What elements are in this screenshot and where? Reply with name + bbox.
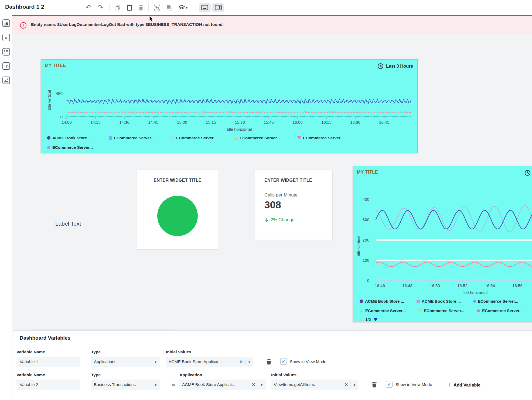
legend-next-button[interactable] xyxy=(373,318,378,321)
square-marker-icon xyxy=(417,300,420,303)
chevron-down-icon[interactable] xyxy=(260,382,263,387)
label-widget[interactable]: Label Text xyxy=(55,220,81,227)
clear-value-icon[interactable] xyxy=(252,382,255,387)
y-tick-label: 400 xyxy=(354,197,369,202)
variable-name-input[interactable] xyxy=(16,357,80,367)
show-in-view-mode-checkbox[interactable] xyxy=(386,381,393,388)
metric-change: 2% Change xyxy=(264,217,295,223)
x-tick-label: 15:15 xyxy=(202,120,220,125)
show-in-view-mode-label: Show in View Mode xyxy=(395,382,432,387)
legend-label: ACME Book Store ... xyxy=(365,299,404,304)
ungroup-icon[interactable] xyxy=(164,2,175,13)
initial-values-field[interactable]: ACME Book Store Applicat... xyxy=(166,357,253,367)
chart-legend-row: ACME Book Store ...ECommerce Server...EC… xyxy=(47,136,343,140)
toolbar-divider xyxy=(148,3,149,11)
x-tick-label: 16:50 xyxy=(425,283,444,288)
legend-label: ECommerce Server... xyxy=(365,308,406,313)
clear-value-icon[interactable] xyxy=(345,382,348,387)
arrow-down-icon xyxy=(264,218,269,222)
legend-label: ACME Book Store ... xyxy=(422,299,461,304)
error-message: Entity name: $UserLogOut.memberLogOut Ba… xyxy=(31,22,224,27)
type-label: Type xyxy=(91,373,101,377)
widget-palette-sidebar: # T xyxy=(0,15,12,400)
variable-type-select[interactable]: Business Transactions xyxy=(91,380,160,390)
legend-item[interactable]: ACME Book Store ... xyxy=(360,299,404,304)
application-field[interactable]: ACME Book Store Applicat... xyxy=(179,380,266,390)
series-line xyxy=(67,99,411,104)
toolbar-divider xyxy=(194,3,194,11)
x-tick-label: 14:45 xyxy=(144,120,163,125)
legend-item[interactable]: ECommerce Server... xyxy=(473,299,518,304)
add-image-widget-icon[interactable] xyxy=(2,76,10,84)
redo-icon[interactable] xyxy=(95,2,106,13)
add-chart-widget-icon[interactable] xyxy=(2,19,10,27)
toolbar-divider xyxy=(109,3,110,11)
layers-dropdown-caret-icon[interactable]: ▾ xyxy=(186,6,188,10)
timeseries-widget-right[interactable]: MY TITLE 1/2 16:4616:4816:5016:5216:5416… xyxy=(353,166,532,322)
y-tick-label: 0 xyxy=(354,278,369,283)
delete-variable-icon[interactable] xyxy=(371,381,378,388)
metric-value: 308 xyxy=(264,199,281,211)
timeseries-widget-top[interactable]: MY TITLE Last 3 Hours 14:0014:1514:3014:… xyxy=(41,59,418,153)
legend-item[interactable]: ECommerce Server... xyxy=(109,136,154,140)
legend-pagination: 1/2 xyxy=(359,317,378,322)
copy-icon[interactable] xyxy=(113,2,124,13)
legend-label: ECommerce Server... xyxy=(52,145,93,150)
toggle-right-panel-button[interactable] xyxy=(212,2,225,13)
health-widget[interactable]: ENTER WIDGET TITLE xyxy=(137,170,219,249)
legend-prev-button[interactable] xyxy=(359,318,363,321)
x-axis-label: title horizontal xyxy=(453,290,497,295)
metric-widget[interactable]: ENTER WIDGET TITLE Calls per Minute 308 … xyxy=(255,170,332,240)
diamond-marker-icon xyxy=(171,136,175,140)
layers-icon[interactable]: ▾ xyxy=(176,2,190,13)
square-marker-icon xyxy=(109,136,112,140)
variable-name-input[interactable] xyxy=(16,380,80,390)
variable-type-select[interactable]: Applications xyxy=(91,357,160,367)
clear-value-icon[interactable] xyxy=(240,359,243,364)
metric-name: Calls per Minute xyxy=(264,192,298,198)
error-banner: Entity name: $UserLogOut.memberLogOut Ba… xyxy=(12,15,532,34)
x-tick-label: 14:00 xyxy=(57,120,76,125)
circle-marker-icon xyxy=(47,136,50,140)
legend-item[interactable]: ECommerce Server... xyxy=(234,136,280,140)
legend-item[interactable]: ACME Book Store ... xyxy=(417,299,461,304)
diamond-marker-icon xyxy=(473,299,476,303)
y-axis-label: title vertical xyxy=(356,230,361,262)
initial-values-field[interactable]: ViewItems.getAllItems xyxy=(271,380,359,390)
undo-icon[interactable] xyxy=(83,2,94,13)
plus-icon xyxy=(447,381,451,389)
x-tick-label: 16:15 xyxy=(317,120,336,125)
x-tick-label: 16:30 xyxy=(346,120,365,125)
delete-icon[interactable] xyxy=(135,2,146,13)
add-number-widget-icon[interactable]: # xyxy=(2,33,10,42)
show-in-view-mode-checkbox[interactable] xyxy=(280,358,287,365)
add-variable-button[interactable]: Add Variable xyxy=(447,381,480,389)
y-axis-label: title vertical xyxy=(47,84,52,116)
chevron-down-icon[interactable] xyxy=(248,359,251,364)
initial-values-label: Initial Values xyxy=(271,373,296,377)
paste-icon[interactable] xyxy=(124,2,135,13)
chart-legend-row: ECommerce Server... xyxy=(47,145,93,150)
label-widget-border xyxy=(40,252,173,252)
legend-item[interactable]: ACME Book Store ... xyxy=(47,136,91,140)
selected-type: Applications xyxy=(94,359,154,364)
group-icon[interactable] xyxy=(152,2,162,13)
legend-item[interactable]: ECommerce Server... xyxy=(297,136,343,140)
chart-legend-row: ECommerce Server...ECommerce Server...EC… xyxy=(360,308,523,313)
legend-item[interactable]: ECommerce Server... xyxy=(418,308,464,313)
legend-item[interactable]: ECommerce Server... xyxy=(172,136,217,140)
legend-item[interactable]: ECommerce Server... xyxy=(47,145,93,150)
add-list-widget-icon[interactable] xyxy=(2,48,10,56)
toggle-bottom-panel-button[interactable] xyxy=(198,2,212,13)
add-text-widget-icon[interactable]: T xyxy=(2,62,10,70)
legend-item[interactable]: ECommerce Server... xyxy=(360,308,406,313)
dashboard-variables-panel: Dashboard Variables Variable Name Type I… xyxy=(12,330,532,400)
x-tick-label: 15:00 xyxy=(173,120,192,125)
application-label: Application xyxy=(179,373,202,377)
legend-label: ECommerce Server... xyxy=(176,136,217,140)
chevron-down-icon[interactable] xyxy=(353,382,356,387)
legend-page-indicator: 1/2 xyxy=(365,317,371,322)
delete-variable-icon[interactable] xyxy=(265,358,272,365)
panel-heading: Dashboard Variables xyxy=(20,335,70,341)
legend-item[interactable]: ECommerce Server... xyxy=(477,308,523,313)
